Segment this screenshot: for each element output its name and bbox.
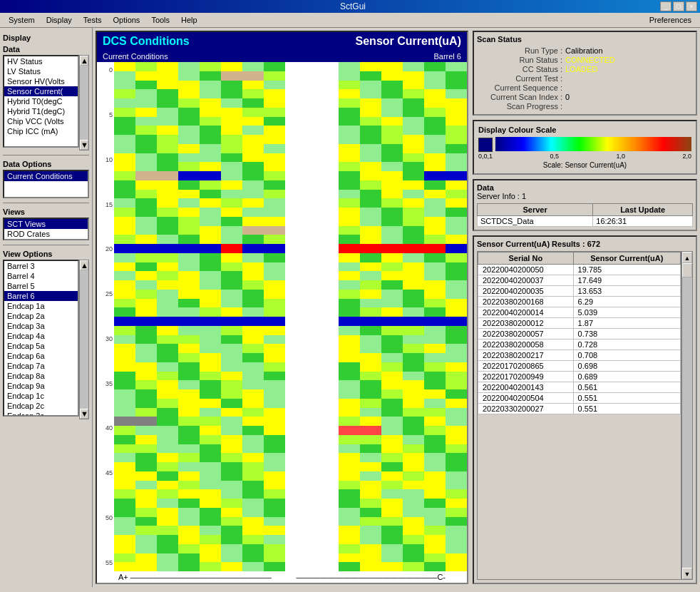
heatmap-cell[interactable]: [200, 144, 221, 153]
heatmap-cell[interactable]: [297, 389, 318, 399]
heatmap-cell[interactable]: [242, 489, 264, 499]
heatmap-cell[interactable]: [135, 453, 157, 462]
heatmap-cell[interactable]: [200, 81, 221, 90]
heatmap-cell[interactable]: [317, 153, 339, 163]
heatmap-cell[interactable]: [381, 162, 403, 171]
heatmap-cell[interactable]: [360, 380, 381, 389]
heatmap-cell[interactable]: [403, 435, 424, 444]
heatmap-cell[interactable]: [114, 489, 135, 499]
heatmap-cell[interactable]: [285, 162, 291, 171]
heatmap-cell[interactable]: [317, 553, 339, 563]
heatmap-cell[interactable]: [264, 108, 285, 117]
heatmap-cell[interactable]: [285, 481, 291, 490]
heatmap-cell[interactable]: [297, 517, 318, 526]
heatmap-cell[interactable]: [297, 535, 318, 544]
heatmap-cell[interactable]: [242, 171, 264, 180]
heatmap-cell[interactable]: [360, 562, 381, 571]
heatmap-cell[interactable]: [297, 399, 318, 408]
heatmap-cell[interactable]: [178, 417, 200, 426]
heatmap-cell[interactable]: [297, 408, 318, 417]
heatmap-cell[interactable]: [221, 344, 242, 353]
heatmap-cell[interactable]: [200, 380, 221, 389]
heatmap-cell[interactable]: [200, 353, 221, 362]
heatmap-cell[interactable]: [360, 108, 381, 117]
menu-preferences[interactable]: Preferences: [644, 14, 697, 26]
results-scroll-up[interactable]: ▲: [682, 252, 692, 263]
heatmap-cell[interactable]: [157, 335, 178, 345]
heatmap-cell[interactable]: [339, 408, 360, 417]
heatmap-cell[interactable]: [242, 408, 264, 417]
heatmap-cell[interactable]: [178, 98, 200, 108]
heatmap-cell[interactable]: [317, 372, 339, 381]
heatmap-cell[interactable]: [381, 362, 403, 372]
heatmap-cell[interactable]: [135, 253, 157, 262]
heatmap-cell[interactable]: [297, 208, 318, 217]
vo-barrel5[interactable]: Barrel 5: [4, 281, 78, 291]
heatmap-cell[interactable]: [285, 462, 291, 471]
heatmap-cell[interactable]: [221, 89, 242, 98]
heatmap-cell[interactable]: [317, 171, 339, 180]
heatmap-cell[interactable]: [381, 126, 403, 135]
heatmap-cell[interactable]: [297, 344, 318, 353]
heatmap-cell[interactable]: [317, 326, 339, 335]
heatmap-cell[interactable]: [242, 271, 264, 280]
heatmap-cell[interactable]: [317, 562, 339, 571]
heatmap-cell[interactable]: [403, 444, 424, 454]
heatmap-cell[interactable]: [317, 198, 339, 208]
heatmap-cell[interactable]: [178, 144, 200, 153]
heatmap-cell[interactable]: [424, 562, 446, 571]
heatmap-cell[interactable]: [403, 372, 424, 381]
heatmap-cell[interactable]: [297, 244, 318, 253]
heatmap-cell[interactable]: [200, 290, 221, 299]
heatmap-cell[interactable]: [446, 508, 467, 517]
heatmap-cell[interactable]: [317, 517, 339, 526]
heatmap-cell[interactable]: [317, 89, 339, 98]
heatmap-cell[interactable]: [178, 517, 200, 526]
heatmap-cell[interactable]: [178, 307, 200, 317]
heatmap-cell[interactable]: [446, 526, 467, 535]
heatmap-cell[interactable]: [264, 235, 285, 244]
data-item-hybridT0[interactable]: Hybrid T0(degC: [4, 96, 78, 106]
heatmap-cell[interactable]: [200, 508, 221, 517]
heatmap-cell[interactable]: [339, 62, 360, 71]
heatmap-cell[interactable]: [424, 299, 446, 308]
heatmap-cell[interactable]: [424, 517, 446, 526]
heatmap-cell[interactable]: [297, 144, 318, 153]
heatmap-cell[interactable]: [114, 290, 135, 299]
heatmap-cell[interactable]: [446, 435, 467, 444]
heatmap-cell[interactable]: [221, 499, 242, 508]
heatmap-cell[interactable]: [135, 471, 157, 481]
heatmap-cell[interactable]: [200, 117, 221, 126]
heatmap-cell[interactable]: [178, 526, 200, 535]
heatmap-cell[interactable]: [242, 426, 264, 435]
heatmap-cell[interactable]: [264, 307, 285, 317]
heatmap-cell[interactable]: [424, 208, 446, 217]
heatmap-cell[interactable]: [317, 335, 339, 345]
heatmap-cell[interactable]: [360, 253, 381, 262]
heatmap-cell[interactable]: [178, 262, 200, 272]
heatmap-cell[interactable]: [114, 98, 135, 108]
heatmap-cell[interactable]: [317, 399, 339, 408]
heatmap-cell[interactable]: [446, 144, 467, 153]
heatmap-cell[interactable]: [291, 108, 297, 117]
heatmap-cell[interactable]: [339, 135, 360, 144]
heatmap-cell[interactable]: [403, 562, 424, 571]
heatmap-cell[interactable]: [360, 262, 381, 272]
heatmap-cell[interactable]: [339, 499, 360, 508]
heatmap-cell[interactable]: [264, 280, 285, 290]
heatmap-cell[interactable]: [446, 135, 467, 144]
heatmap-cell[interactable]: [221, 399, 242, 408]
heatmap-cell[interactable]: [178, 153, 200, 163]
heatmap-cell[interactable]: [200, 344, 221, 353]
heatmap-cell[interactable]: [381, 353, 403, 362]
heatmap-cell[interactable]: [317, 262, 339, 272]
heatmap-cell[interactable]: [403, 89, 424, 98]
heatmap-cell[interactable]: [339, 280, 360, 290]
heatmap-cell[interactable]: [200, 180, 221, 190]
heatmap-cell[interactable]: [446, 117, 467, 126]
heatmap-cell[interactable]: [360, 81, 381, 90]
heatmap-cell[interactable]: [178, 253, 200, 262]
heatmap-cell[interactable]: [285, 71, 291, 81]
heatmap-cell[interactable]: [221, 453, 242, 462]
heatmap-cell[interactable]: [424, 290, 446, 299]
